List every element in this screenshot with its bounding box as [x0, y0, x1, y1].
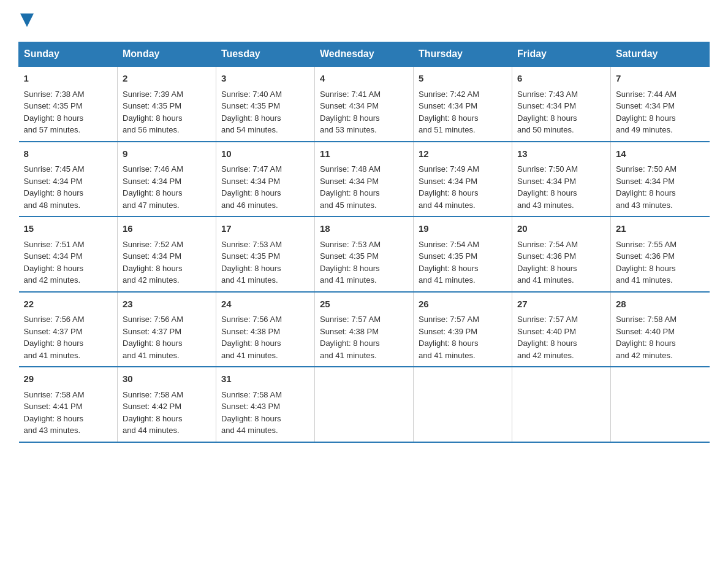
calendar-cell: 23Sunrise: 7:56 AMSunset: 4:37 PMDayligh…	[118, 292, 216, 367]
day-info: Sunrise: 7:58 AMSunset: 4:43 PMDaylight:…	[221, 390, 282, 435]
calendar-cell: 25Sunrise: 7:57 AMSunset: 4:38 PMDayligh…	[315, 292, 414, 367]
calendar-cell: 8Sunrise: 7:45 AMSunset: 4:34 PMDaylight…	[19, 142, 118, 217]
svg-marker-0	[20, 13, 34, 27]
day-info: Sunrise: 7:47 AMSunset: 4:34 PMDaylight:…	[221, 164, 282, 210]
calendar-cell	[414, 367, 512, 442]
day-number: 11	[320, 147, 408, 161]
day-number: 18	[320, 222, 408, 236]
calendar-cell: 6Sunrise: 7:43 AMSunset: 4:34 PMDaylight…	[512, 66, 611, 142]
logo-triangle-icon	[20, 13, 34, 27]
calendar-cell: 30Sunrise: 7:58 AMSunset: 4:42 PMDayligh…	[118, 367, 216, 442]
day-number: 8	[24, 147, 113, 161]
day-info: Sunrise: 7:56 AMSunset: 4:38 PMDaylight:…	[221, 315, 282, 360]
day-number: 21	[616, 222, 705, 236]
day-number: 12	[419, 147, 507, 161]
calendar-cell: 27Sunrise: 7:57 AMSunset: 4:40 PMDayligh…	[512, 292, 611, 367]
calendar-cell: 2Sunrise: 7:39 AMSunset: 4:35 PMDaylight…	[118, 66, 216, 142]
day-number: 17	[221, 222, 309, 236]
day-info: Sunrise: 7:41 AMSunset: 4:34 PMDaylight:…	[320, 90, 381, 135]
calendar-cell: 13Sunrise: 7:50 AMSunset: 4:34 PMDayligh…	[512, 142, 611, 217]
day-info: Sunrise: 7:56 AMSunset: 4:37 PMDaylight:…	[123, 315, 183, 360]
day-number: 4	[320, 72, 408, 86]
day-info: Sunrise: 7:53 AMSunset: 4:35 PMDaylight:…	[221, 240, 282, 285]
calendar-cell: 3Sunrise: 7:40 AMSunset: 4:35 PMDaylight…	[216, 66, 315, 142]
day-number: 23	[123, 297, 211, 312]
week-row-4: 22Sunrise: 7:56 AMSunset: 4:37 PMDayligh…	[19, 292, 710, 367]
day-info: Sunrise: 7:48 AMSunset: 4:34 PMDaylight:…	[320, 164, 381, 210]
day-number: 16	[123, 222, 211, 236]
day-info: Sunrise: 7:58 AMSunset: 4:42 PMDaylight:…	[123, 390, 183, 435]
day-info: Sunrise: 7:40 AMSunset: 4:35 PMDaylight:…	[221, 90, 282, 135]
day-number: 3	[221, 72, 309, 86]
header-sunday: Sunday	[19, 42, 118, 67]
week-row-3: 15Sunrise: 7:51 AMSunset: 4:34 PMDayligh…	[19, 216, 710, 292]
header-monday: Monday	[118, 42, 216, 67]
calendar-cell: 15Sunrise: 7:51 AMSunset: 4:34 PMDayligh…	[19, 216, 118, 292]
day-info: Sunrise: 7:43 AMSunset: 4:34 PMDaylight:…	[517, 90, 578, 135]
day-number: 9	[123, 147, 211, 161]
calendar-cell: 26Sunrise: 7:57 AMSunset: 4:39 PMDayligh…	[414, 292, 512, 367]
calendar-cell: 22Sunrise: 7:56 AMSunset: 4:37 PMDayligh…	[19, 292, 118, 367]
calendar-cell: 19Sunrise: 7:54 AMSunset: 4:35 PMDayligh…	[414, 216, 512, 292]
day-info: Sunrise: 7:58 AMSunset: 4:40 PMDaylight:…	[616, 315, 677, 360]
calendar-cell: 17Sunrise: 7:53 AMSunset: 4:35 PMDayligh…	[216, 216, 315, 292]
day-info: Sunrise: 7:46 AMSunset: 4:34 PMDaylight:…	[123, 164, 183, 210]
day-info: Sunrise: 7:57 AMSunset: 4:39 PMDaylight:…	[419, 315, 479, 360]
page-header	[18, 12, 710, 29]
day-info: Sunrise: 7:52 AMSunset: 4:34 PMDaylight:…	[123, 240, 183, 285]
day-info: Sunrise: 7:50 AMSunset: 4:34 PMDaylight:…	[517, 164, 578, 210]
day-info: Sunrise: 7:57 AMSunset: 4:40 PMDaylight:…	[517, 315, 578, 360]
calendar-cell	[512, 367, 611, 442]
day-number: 27	[517, 297, 605, 312]
week-row-1: 1Sunrise: 7:38 AMSunset: 4:35 PMDaylight…	[19, 66, 710, 142]
day-number: 5	[419, 72, 507, 86]
day-number: 26	[419, 297, 507, 312]
day-info: Sunrise: 7:45 AMSunset: 4:34 PMDaylight:…	[24, 164, 85, 210]
week-row-2: 8Sunrise: 7:45 AMSunset: 4:34 PMDaylight…	[19, 142, 710, 217]
calendar-cell: 7Sunrise: 7:44 AMSunset: 4:34 PMDaylight…	[611, 66, 710, 142]
day-number: 13	[517, 147, 605, 161]
day-info: Sunrise: 7:38 AMSunset: 4:35 PMDaylight:…	[24, 90, 85, 135]
day-info: Sunrise: 7:50 AMSunset: 4:34 PMDaylight:…	[616, 164, 677, 210]
calendar-cell: 31Sunrise: 7:58 AMSunset: 4:43 PMDayligh…	[216, 367, 315, 442]
day-info: Sunrise: 7:39 AMSunset: 4:35 PMDaylight:…	[123, 90, 183, 135]
calendar-cell: 5Sunrise: 7:42 AMSunset: 4:34 PMDaylight…	[414, 66, 512, 142]
calendar-cell: 29Sunrise: 7:58 AMSunset: 4:41 PMDayligh…	[19, 367, 118, 442]
calendar-cell: 24Sunrise: 7:56 AMSunset: 4:38 PMDayligh…	[216, 292, 315, 367]
calendar-cell	[315, 367, 414, 442]
day-info: Sunrise: 7:54 AMSunset: 4:35 PMDaylight:…	[419, 240, 479, 285]
day-info: Sunrise: 7:53 AMSunset: 4:35 PMDaylight:…	[320, 240, 381, 285]
day-number: 24	[221, 297, 309, 312]
header-tuesday: Tuesday	[216, 42, 315, 67]
calendar-cell: 10Sunrise: 7:47 AMSunset: 4:34 PMDayligh…	[216, 142, 315, 217]
logo	[18, 12, 34, 29]
calendar-cell: 1Sunrise: 7:38 AMSunset: 4:35 PMDaylight…	[19, 66, 118, 142]
calendar-cell: 21Sunrise: 7:55 AMSunset: 4:36 PMDayligh…	[611, 216, 710, 292]
day-number: 14	[616, 147, 705, 161]
day-info: Sunrise: 7:42 AMSunset: 4:34 PMDaylight:…	[419, 90, 479, 135]
day-number: 28	[616, 297, 705, 312]
day-number: 30	[123, 372, 211, 386]
day-info: Sunrise: 7:58 AMSunset: 4:41 PMDaylight:…	[24, 390, 85, 435]
header-thursday: Thursday	[414, 42, 512, 67]
day-number: 6	[517, 72, 605, 86]
calendar-table: SundayMondayTuesdayWednesdayThursdayFrid…	[18, 42, 710, 443]
calendar-cell: 12Sunrise: 7:49 AMSunset: 4:34 PMDayligh…	[414, 142, 512, 217]
calendar-cell	[611, 367, 710, 442]
calendar-cell: 4Sunrise: 7:41 AMSunset: 4:34 PMDaylight…	[315, 66, 414, 142]
calendar-cell: 16Sunrise: 7:52 AMSunset: 4:34 PMDayligh…	[118, 216, 216, 292]
day-number: 2	[123, 72, 211, 86]
day-number: 10	[221, 147, 309, 161]
week-row-5: 29Sunrise: 7:58 AMSunset: 4:41 PMDayligh…	[19, 367, 710, 442]
day-number: 25	[320, 297, 408, 312]
day-number: 31	[221, 372, 309, 386]
day-number: 20	[517, 222, 605, 236]
day-number: 1	[24, 72, 113, 86]
calendar-cell: 20Sunrise: 7:54 AMSunset: 4:36 PMDayligh…	[512, 216, 611, 292]
day-info: Sunrise: 7:51 AMSunset: 4:34 PMDaylight:…	[24, 240, 85, 285]
calendar-cell: 14Sunrise: 7:50 AMSunset: 4:34 PMDayligh…	[611, 142, 710, 217]
header-wednesday: Wednesday	[315, 42, 414, 67]
calendar-cell: 28Sunrise: 7:58 AMSunset: 4:40 PMDayligh…	[611, 292, 710, 367]
day-info: Sunrise: 7:54 AMSunset: 4:36 PMDaylight:…	[517, 240, 578, 285]
header-saturday: Saturday	[611, 42, 710, 67]
